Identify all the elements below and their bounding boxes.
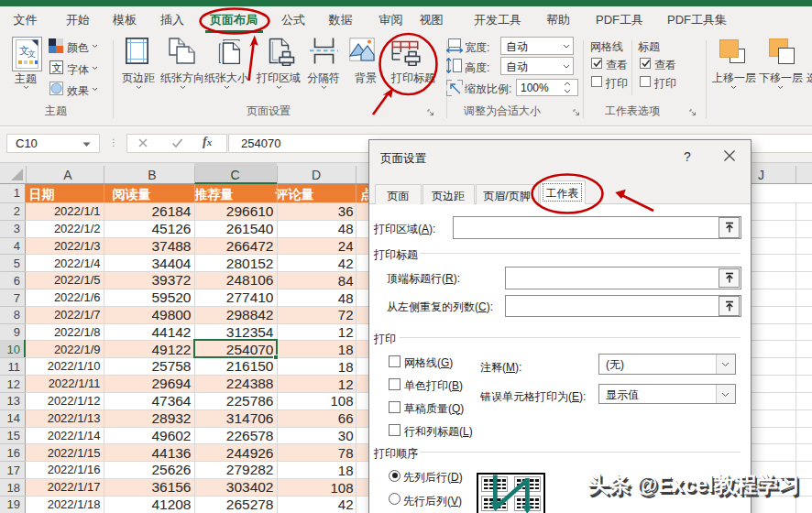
svg-text:文: 文	[52, 62, 62, 73]
svg-text:文: 文	[27, 49, 36, 59]
